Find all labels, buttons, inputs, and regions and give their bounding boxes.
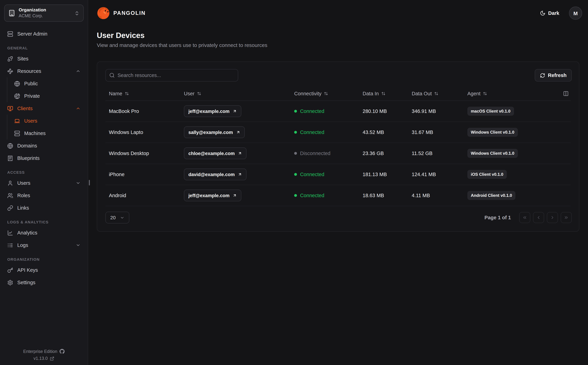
sidebar-item-label: Private bbox=[24, 93, 40, 99]
column-header-data-out[interactable]: Data Out bbox=[408, 91, 464, 96]
data-in-value: 18.63 MB bbox=[359, 193, 408, 198]
user-email: chloe@example.com bbox=[188, 151, 235, 156]
column-header-user[interactable]: User bbox=[180, 91, 291, 96]
building-icon bbox=[8, 10, 15, 17]
sidebar-item-label: Sites bbox=[17, 56, 29, 62]
connectivity-status: Connected bbox=[300, 193, 324, 198]
column-visibility-button[interactable] bbox=[562, 89, 570, 98]
user-email: david@example.com bbox=[188, 172, 235, 177]
column-header-connectivity[interactable]: Connectivity bbox=[291, 91, 359, 96]
external-link-icon bbox=[50, 356, 54, 361]
sidebar-item-label: Resources bbox=[17, 68, 41, 74]
page-size-select[interactable]: 20 bbox=[105, 212, 129, 224]
user-link-button[interactable]: sally@example.com bbox=[184, 126, 244, 138]
status-dot bbox=[294, 131, 297, 134]
sidebar-item-blueprints[interactable]: Blueprints bbox=[4, 152, 84, 164]
column-header-agent[interactable]: Agent bbox=[464, 91, 571, 96]
agent-badge: iOS Client v0.1.0 bbox=[467, 170, 507, 179]
refresh-button[interactable]: Refresh bbox=[535, 69, 572, 82]
last-page-button[interactable] bbox=[561, 212, 572, 223]
pagination-bar: 20 Page 1 of 1 bbox=[97, 206, 579, 224]
sidebar-item-label: Domains bbox=[17, 143, 37, 148]
page-title: User Devices bbox=[97, 31, 579, 40]
agent-badge: Windows Client v0.1.0 bbox=[467, 128, 518, 137]
page-status: Page 1 of 1 bbox=[484, 215, 511, 220]
table-toolbar: Refresh bbox=[97, 62, 579, 82]
data-in-value: 23.36 GB bbox=[359, 151, 408, 156]
table-row: iPhone david@example.com Connected 181.1… bbox=[105, 164, 571, 185]
edition-link[interactable]: Enterprise Edition bbox=[23, 349, 65, 354]
user-link-button[interactable]: chloe@example.com bbox=[184, 147, 246, 159]
org-selector[interactable]: Organization ACME Corp. bbox=[4, 5, 84, 22]
table-row: Windows Lapto sally@example.com Connecte… bbox=[105, 122, 571, 143]
search-input[interactable] bbox=[105, 69, 238, 82]
sidebar-subnav-resources: Public Private bbox=[7, 77, 84, 102]
sidebar-item-private[interactable]: Private bbox=[7, 90, 84, 102]
devices-table: Name User Connectivity Data In bbox=[105, 86, 571, 206]
org-selector-label: Organization bbox=[19, 7, 71, 13]
sidebar-item-public[interactable]: Public bbox=[7, 77, 84, 90]
table-row: Windows Desktop chloe@example.com Discon… bbox=[105, 143, 571, 164]
avatar[interactable]: M bbox=[569, 7, 582, 20]
sidebar-item-users-devices[interactable]: Users bbox=[7, 115, 84, 127]
user-link-button[interactable]: jeff@example.com bbox=[184, 190, 241, 201]
sidebar-resize-handle[interactable] bbox=[89, 180, 90, 185]
next-page-button[interactable] bbox=[547, 212, 558, 223]
version-link[interactable]: v1.13.0 bbox=[34, 356, 54, 361]
agent-cell: Android Client v0.1.0 bbox=[464, 191, 571, 200]
topbar: PANGOLIN Dark M bbox=[88, 0, 588, 26]
agent-cell: iOS Client v0.1.0 bbox=[464, 170, 571, 179]
user-cell: sally@example.com bbox=[180, 126, 291, 138]
sort-icon bbox=[434, 91, 438, 96]
main-area: PANGOLIN Dark M User Devices View and ma… bbox=[88, 0, 588, 365]
users-icon bbox=[7, 192, 13, 198]
sidebar-item-domains[interactable]: Domains bbox=[4, 140, 84, 152]
data-in-value: 181.13 MB bbox=[359, 172, 408, 177]
data-in-value: 280.10 MB bbox=[359, 108, 408, 114]
column-header-name[interactable]: Name bbox=[105, 91, 180, 96]
sidebar-item-sites[interactable]: Sites bbox=[4, 52, 84, 65]
pangolin-logo bbox=[97, 7, 110, 20]
sidebar-item-settings[interactable]: Settings bbox=[4, 276, 84, 289]
arrow-up-right-icon bbox=[236, 130, 240, 134]
sidebar-subnav-clients: Users Machines bbox=[7, 115, 84, 140]
connectivity-cell: Connected bbox=[291, 129, 359, 135]
user-cell: chloe@example.com bbox=[180, 147, 291, 159]
first-page-button[interactable] bbox=[519, 212, 530, 223]
sidebar-item-clients[interactable]: Clients bbox=[4, 102, 84, 115]
sidebar-item-machines[interactable]: Machines bbox=[7, 127, 84, 140]
sidebar-item-resources[interactable]: Resources bbox=[4, 65, 84, 77]
server-icon bbox=[14, 130, 20, 136]
key-icon bbox=[7, 267, 13, 273]
sidebar-item-logs[interactable]: Logs bbox=[4, 239, 84, 251]
user-cell: jeff@example.com bbox=[180, 190, 291, 201]
sidebar-section-heading-general: GENERAL bbox=[4, 46, 84, 50]
pagination-nav bbox=[519, 212, 572, 223]
data-out-value: 346.91 MB bbox=[408, 108, 464, 114]
sidebar-item-links[interactable]: Links bbox=[4, 202, 84, 214]
github-icon bbox=[59, 349, 65, 354]
sidebar: Organization ACME Corp. Server Admin GEN… bbox=[0, 0, 88, 365]
sidebar-item-analytics[interactable]: Analytics bbox=[4, 226, 84, 239]
sidebar-item-label: Machines bbox=[24, 131, 46, 136]
previous-page-button[interactable] bbox=[533, 212, 544, 223]
user-email: sally@example.com bbox=[188, 130, 233, 135]
user-link-button[interactable]: david@example.com bbox=[184, 168, 246, 180]
sort-icon bbox=[197, 91, 201, 96]
sidebar-item-api-keys[interactable]: API Keys bbox=[4, 264, 84, 276]
sidebar-item-label: Logs bbox=[17, 242, 28, 248]
sidebar-item-roles[interactable]: Roles bbox=[4, 189, 84, 202]
app-window: Organization ACME Corp. Server Admin GEN… bbox=[0, 0, 588, 365]
topbar-right: Dark M bbox=[538, 7, 582, 20]
column-label: Name bbox=[109, 91, 122, 96]
sidebar-item-server-admin[interactable]: Server Admin bbox=[4, 28, 84, 40]
column-label: Connectivity bbox=[294, 91, 322, 96]
devices-card: Refresh Name User Con bbox=[97, 62, 579, 232]
column-header-data-in[interactable]: Data In bbox=[359, 91, 408, 96]
user-link-button[interactable]: jeff@example.com bbox=[184, 105, 241, 117]
page-content: User Devices View and manage devices tha… bbox=[88, 26, 588, 232]
sites-icon bbox=[7, 56, 13, 62]
agent-badge: macOS Client v0.1.0 bbox=[467, 107, 514, 116]
sidebar-item-users-access[interactable]: Users bbox=[4, 177, 84, 189]
theme-toggle-button[interactable]: Dark bbox=[538, 10, 562, 16]
